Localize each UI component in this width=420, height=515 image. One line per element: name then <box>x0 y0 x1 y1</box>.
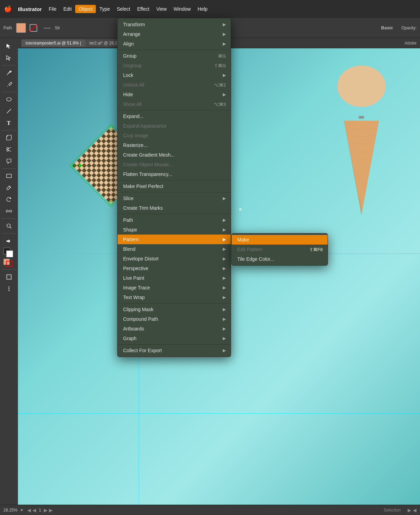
svg-point-17 <box>7 224 10 227</box>
speech-bubble-tool[interactable] <box>3 156 15 167</box>
light-reflection <box>239 208 242 211</box>
rectangle-tool[interactable] <box>3 170 15 181</box>
menu-graph[interactable]: Graph ▶ <box>118 334 231 343</box>
shortcut: ⌘G <box>218 53 226 59</box>
swap-tool[interactable] <box>3 235 15 246</box>
guide-horizontal-2 <box>18 413 420 414</box>
back-icon[interactable]: ◀ <box>413 507 417 513</box>
menu-select[interactable]: Select <box>113 5 134 13</box>
transform-tool[interactable] <box>3 132 15 143</box>
menu-transform[interactable]: Transform ▶ <box>118 20 231 29</box>
more-tools[interactable] <box>3 283 15 294</box>
menu-help[interactable]: Help <box>194 5 211 13</box>
apple-menu[interactable]: 🍎 <box>4 5 12 13</box>
menu-flatten-transparency[interactable]: Flatten Transparency... <box>118 169 231 179</box>
style-label: Basic <box>381 25 393 30</box>
sep-7 <box>118 344 231 345</box>
pencil-tool[interactable] <box>3 79 15 90</box>
menu-artboards[interactable]: Artboards ▶ <box>118 324 231 334</box>
menu-lock[interactable]: Lock ▶ <box>118 70 231 80</box>
menu-blend[interactable]: Blend ▶ <box>118 244 231 254</box>
svg-point-32 <box>79 164 81 167</box>
menu-live-paint[interactable]: Live Paint ▶ <box>118 273 231 283</box>
selection-tool[interactable] <box>3 41 15 52</box>
arrow-icon: ▶ <box>223 22 226 27</box>
menu-rasterize[interactable]: Rasterize... <box>118 140 231 150</box>
eyedropper-tool[interactable] <box>3 182 15 193</box>
menu-collect-for-export[interactable]: Collect For Export ▶ <box>118 346 231 355</box>
rotate-tool[interactable] <box>3 194 15 205</box>
svg-point-4 <box>7 98 11 101</box>
menu-shape[interactable]: Shape ▶ <box>118 225 231 235</box>
next-page-icon[interactable]: ▶ <box>44 507 48 513</box>
submenu-edit-pattern[interactable]: Edit Pattern ⇧⌘F8 <box>232 245 328 254</box>
menu-text-wrap[interactable]: Text Wrap ▶ <box>118 293 231 302</box>
menu-trim-marks[interactable]: Create Trim Marks <box>118 203 231 213</box>
pen-tool[interactable] <box>3 67 15 78</box>
shortcut: ⌥⌘3 <box>214 102 226 107</box>
type-tool[interactable]: T <box>3 117 15 128</box>
arrow-icon: ▶ <box>223 285 226 290</box>
stroke-swatch[interactable] <box>29 23 38 33</box>
menu-view[interactable]: View <box>153 5 170 13</box>
menu-perspective[interactable]: Perspective ▶ <box>118 264 231 273</box>
arrow-icon: ▶ <box>223 41 226 46</box>
submenu-make[interactable]: Make <box>232 235 328 245</box>
menu-effect[interactable]: Effect <box>134 5 153 13</box>
arrow-icon: ▶ <box>223 73 226 78</box>
svg-line-5 <box>7 109 11 113</box>
color-swatch-group[interactable] <box>3 248 14 258</box>
app-name[interactable]: Illustrator <box>18 6 42 12</box>
artboard-tool[interactable] <box>3 271 15 283</box>
zoom-down-icon[interactable] <box>20 508 24 512</box>
menu-group[interactable]: Group ⌘G <box>118 51 231 61</box>
menu-envelope-distort[interactable]: Envelope Distort ▶ <box>118 254 231 264</box>
prev-page-icon2[interactable]: ◀ <box>32 507 36 513</box>
submenu-tile-edge[interactable]: Tile Edge Color... <box>232 254 328 264</box>
prev-page-icon[interactable]: ◀ <box>27 507 31 513</box>
menu-pattern[interactable]: Pattern ▶ Make Edit Pattern ⇧⌘F8 Tile Ed… <box>118 235 231 244</box>
menu-ungroup[interactable]: Ungroup ⇧⌘G <box>118 61 231 70</box>
menu-type[interactable]: Type <box>96 5 113 13</box>
menu-object[interactable]: Object <box>75 5 96 13</box>
menu-gradient-mesh[interactable]: Create Gradient Mesh... <box>118 150 231 160</box>
shortcut: ⌥⌘2 <box>214 82 226 88</box>
sep-6 <box>118 303 231 304</box>
svg-point-8 <box>7 150 9 151</box>
arrow-icon: ▶ <box>223 227 226 232</box>
scissors-tool[interactable] <box>3 144 15 155</box>
zoom-level[interactable]: 28.25% <box>3 508 18 513</box>
menu-slice[interactable]: Slice ▶ <box>118 194 231 203</box>
line-tool[interactable] <box>3 106 15 117</box>
blend-tool[interactable] <box>3 206 15 217</box>
ellipse-tool[interactable] <box>3 94 15 105</box>
menu-show-all[interactable]: Show All ⌥⌘3 <box>118 99 231 109</box>
menu-compound-path[interactable]: Compound Path ▶ <box>118 314 231 324</box>
menu-align[interactable]: Align ▶ <box>118 39 231 49</box>
zoom-tool[interactable] <box>3 220 15 231</box>
menu-expand-appearance[interactable]: Expand Appearance <box>118 121 231 131</box>
next-page-icon2[interactable]: ▶ <box>49 507 53 513</box>
menu-arrange[interactable]: Arrange ▶ <box>118 29 231 39</box>
menu-path[interactable]: Path ▶ <box>118 215 231 225</box>
menu-window[interactable]: Window <box>170 5 194 13</box>
menu-expand[interactable]: Expand... <box>118 111 231 121</box>
menu-edit[interactable]: Edit <box>60 5 75 13</box>
menu-crop-image[interactable]: Crop Image <box>118 131 231 140</box>
menu-pixel-perfect[interactable]: Make Pixel Perfect <box>118 181 231 191</box>
direct-selection-tool[interactable] <box>3 52 15 63</box>
fill-stroke-small[interactable] <box>3 259 14 268</box>
fill-swatch[interactable] <box>16 23 26 33</box>
pattern-submenu[interactable]: Make Edit Pattern ⇧⌘F8 Tile Edge Color..… <box>231 233 328 266</box>
play-icon[interactable]: ▶ <box>408 507 411 513</box>
tab-1[interactable]: icecreamposter5.ai @ 51.6% ( <box>21 39 86 47</box>
menu-file[interactable]: File <box>45 5 60 13</box>
object-menu[interactable]: Transform ▶ Arrange ▶ Align ▶ Group ⌘G U… <box>117 18 231 357</box>
menu-object-mosaic[interactable]: Create Object Mosaic... <box>118 160 231 169</box>
menu-clipping-mask[interactable]: Clipping Mask ▶ <box>118 305 231 314</box>
svg-rect-20 <box>7 275 11 279</box>
menu-unlock-all[interactable]: Unlock All ⌥⌘2 <box>118 80 231 90</box>
menu-image-trace[interactable]: Image Trace ▶ <box>118 283 231 293</box>
arrow-icon: ▶ <box>223 256 226 261</box>
menu-hide[interactable]: Hide ▶ <box>118 90 231 99</box>
